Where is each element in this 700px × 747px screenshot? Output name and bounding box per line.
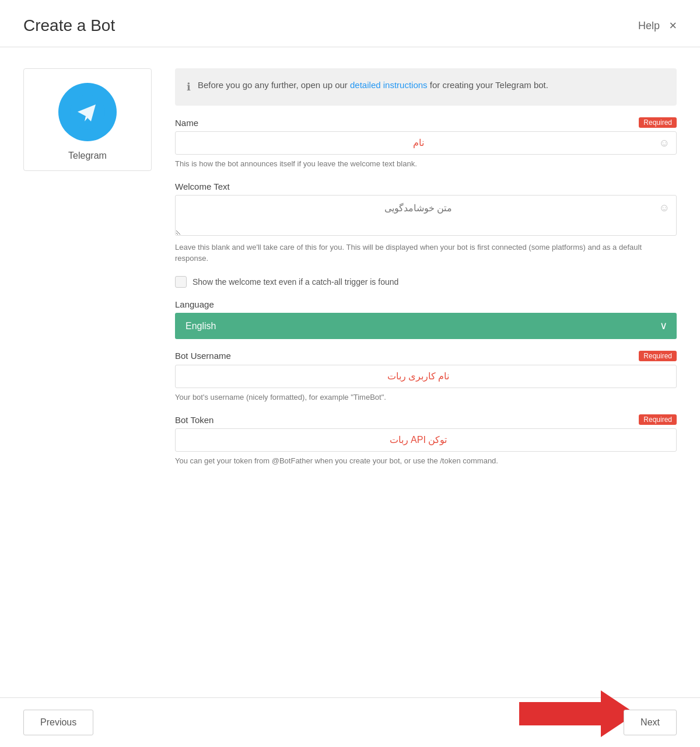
welcome-text-field-group: Welcome Text ☺ Leave this blank and we'l… <box>175 181 677 264</box>
welcome-text-input[interactable] <box>175 195 677 236</box>
welcome-text-wrapper: ☺ <box>175 195 677 238</box>
bot-token-label: Bot Token <box>175 415 214 425</box>
sidebar: Telegram <box>23 68 152 676</box>
arrow-annotation <box>519 687 636 742</box>
name-input-wrapper: ☺ <box>175 131 677 155</box>
bot-token-input-wrapper <box>175 428 677 452</box>
bot-token-required-badge: Required <box>639 414 677 425</box>
name-field-group: Name Required ☺ This is how the bot anno… <box>175 117 677 170</box>
info-icon: ℹ <box>187 79 191 95</box>
language-label: Language <box>175 299 677 309</box>
bot-username-input[interactable] <box>175 365 677 388</box>
bot-username-field-group: Bot Username Required Your bot's usernam… <box>175 351 677 403</box>
info-banner: ℹ Before you go any further, open up our… <box>175 68 677 106</box>
name-label-row: Name Required <box>175 117 677 128</box>
name-input[interactable] <box>175 131 677 155</box>
name-emoji-icon[interactable]: ☺ <box>659 137 670 149</box>
bot-username-required-badge: Required <box>639 351 677 361</box>
checkbox-row: Show the welcome text even if a catch-al… <box>175 276 677 288</box>
bot-token-hint: You can get your token from @BotFather w… <box>175 455 677 467</box>
bot-username-input-wrapper <box>175 365 677 388</box>
welcome-emoji-icon[interactable]: ☺ <box>659 202 670 214</box>
bot-username-label: Bot Username <box>175 351 231 361</box>
platform-card: Telegram <box>23 68 152 171</box>
checkbox-label[interactable]: Show the welcome text even if a catch-al… <box>192 277 398 287</box>
name-label: Name <box>175 118 198 128</box>
bot-token-input[interactable] <box>175 428 677 452</box>
welcome-text-label: Welcome Text <box>175 181 230 191</box>
svg-marker-1 <box>519 690 636 737</box>
name-hint: This is how the bot announces itself if … <box>175 158 677 170</box>
header-actions: Help × <box>638 19 677 32</box>
bot-username-label-row: Bot Username Required <box>175 351 677 361</box>
main-content: ℹ Before you go any further, open up our… <box>175 68 677 676</box>
language-select-wrapper: English Spanish French German Arabic Per… <box>175 313 677 339</box>
page-title: Create a Bot <box>23 16 115 35</box>
detailed-instructions-link[interactable]: detailed instructions <box>350 80 428 90</box>
language-field-group: Language English Spanish French German A… <box>175 299 677 339</box>
dialog-footer: Previous Next <box>0 697 700 747</box>
welcome-text-checkbox[interactable] <box>175 276 187 288</box>
bot-username-hint: Your bot's username (nicely formatted), … <box>175 392 677 403</box>
bot-token-label-row: Bot Token Required <box>175 414 677 425</box>
close-button[interactable]: × <box>669 19 677 32</box>
next-arrow-icon <box>519 687 636 740</box>
bot-token-field-group: Bot Token Required You can get your toke… <box>175 414 677 467</box>
name-required-badge: Required <box>639 117 677 128</box>
welcome-label-row: Welcome Text <box>175 181 677 191</box>
platform-name: Telegram <box>68 151 107 161</box>
next-button[interactable]: Next <box>624 710 677 735</box>
welcome-text-hint: Leave this blank and we'll take care of … <box>175 242 677 264</box>
telegram-icon <box>70 95 105 130</box>
previous-button[interactable]: Previous <box>23 710 93 735</box>
platform-icon <box>58 83 117 141</box>
language-select[interactable]: English Spanish French German Arabic Per… <box>175 313 677 339</box>
info-banner-text: Before you go any further, open up our d… <box>198 79 548 92</box>
help-link[interactable]: Help <box>638 20 660 32</box>
